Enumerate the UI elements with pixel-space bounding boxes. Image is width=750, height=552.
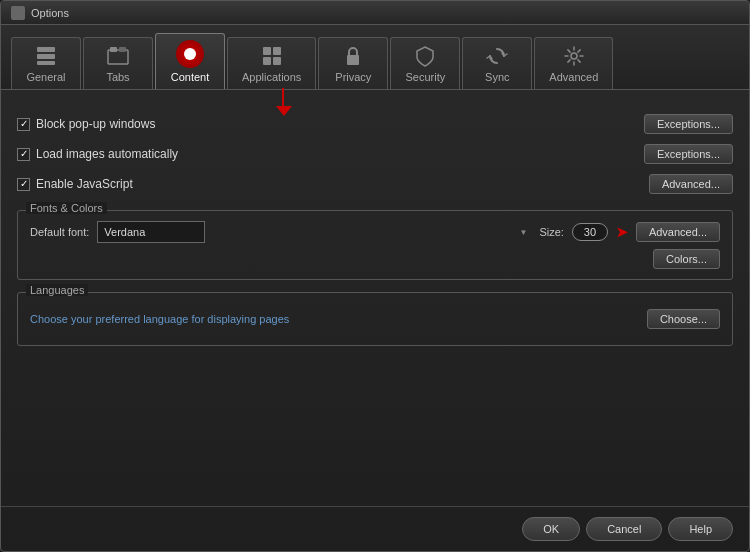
title-bar: Options [1,1,749,25]
language-description: Choose your preferred language for displ… [30,313,289,325]
block-popup-row: Block pop-up windows Exceptions... [17,112,733,136]
svg-rect-5 [119,47,126,52]
size-arrow-icon: ➤ [616,224,628,240]
svg-rect-10 [347,55,359,65]
languages-section: Languages Choose your preferred language… [17,292,733,346]
font-select-wrapper: Verdana Arial Times New Roman [97,221,531,243]
svg-rect-2 [37,61,55,65]
sync-icon [485,44,509,68]
tab-applications[interactable]: Applications [227,37,316,89]
svg-rect-9 [273,57,281,65]
enable-js-checkbox[interactable] [17,178,30,191]
svg-rect-0 [37,47,55,52]
tab-bar: General Tabs Content [1,25,749,90]
tab-applications-label: Applications [242,71,301,83]
cancel-button[interactable]: Cancel [586,517,662,541]
window-title: Options [31,7,69,19]
font-row: Default font: Verdana Arial Times New Ro… [30,221,720,243]
advanced-icon [562,44,586,68]
tab-general[interactable]: General [11,37,81,89]
load-images-row: Load images automatically Exceptions... [17,142,733,166]
help-button[interactable]: Help [668,517,733,541]
options-window: Options General Tabs [0,0,750,552]
content-panel: Block pop-up windows Exceptions... Load … [1,90,749,506]
language-choose-button[interactable]: Choose... [647,309,720,329]
tab-privacy-label: Privacy [335,71,371,83]
footer-bar: OK Cancel Help [1,506,749,551]
default-font-label: Default font: [30,226,89,238]
window-icon [11,6,25,20]
tab-security-label: Security [405,71,445,83]
font-advanced-button[interactable]: Advanced... [636,222,720,242]
fonts-colors-section: Fonts & Colors Default font: Verdana Ari… [17,210,733,280]
svg-rect-4 [110,47,117,52]
tab-tabs[interactable]: Tabs [83,37,153,89]
tab-sync[interactable]: Sync [462,37,532,89]
languages-section-label: Languages [26,284,88,296]
svg-rect-1 [37,54,55,59]
enable-js-label: Enable JavaScript [36,177,133,191]
applications-icon [260,44,284,68]
general-icon [34,44,58,68]
tab-advanced-label: Advanced [549,71,598,83]
fonts-section-label: Fonts & Colors [26,202,107,214]
block-popup-label: Block pop-up windows [36,117,155,131]
tab-privacy[interactable]: Privacy [318,37,388,89]
tab-general-label: General [26,71,65,83]
ok-button[interactable]: OK [522,517,580,541]
tab-content[interactable]: Content [155,33,225,89]
content-icon [176,40,204,68]
size-input[interactable]: 30 [572,223,608,241]
svg-rect-6 [263,47,271,55]
svg-point-11 [571,53,577,59]
privacy-icon [341,44,365,68]
size-label: Size: [539,226,563,238]
load-images-checkbox[interactable] [17,148,30,161]
svg-rect-7 [273,47,281,55]
colors-button[interactable]: Colors... [653,249,720,269]
svg-rect-3 [108,50,128,64]
svg-rect-8 [263,57,271,65]
tab-content-label: Content [171,71,210,83]
js-advanced-button[interactable]: Advanced... [649,174,733,194]
tabs-icon [106,44,130,68]
tab-sync-label: Sync [485,71,509,83]
security-icon [413,44,437,68]
block-popup-checkbox[interactable] [17,118,30,131]
load-images-label: Load images automatically [36,147,178,161]
tab-security[interactable]: Security [390,37,460,89]
popup-exceptions-button[interactable]: Exceptions... [644,114,733,134]
language-row: Choose your preferred language for displ… [30,303,720,335]
enable-js-row: Enable JavaScript Advanced... [17,172,733,196]
font-select[interactable]: Verdana Arial Times New Roman [97,221,205,243]
tab-tabs-label: Tabs [106,71,129,83]
tab-advanced[interactable]: Advanced [534,37,613,89]
images-exceptions-button[interactable]: Exceptions... [644,144,733,164]
